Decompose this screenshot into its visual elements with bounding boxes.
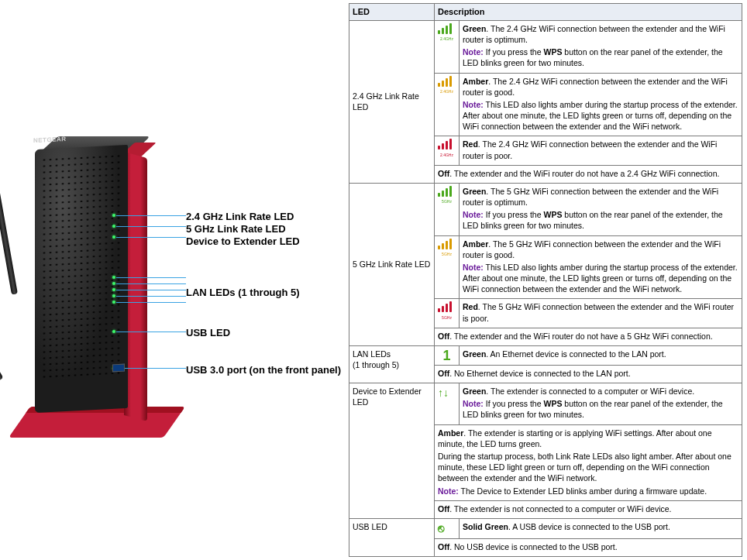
callout-usb-port: USB 3.0 port (on the front panel): [186, 364, 341, 376]
callout-24ghz: 2.4 GHz Link Rate LED: [186, 211, 294, 222]
led-description-table-container: LED Description 2.4 GHz Link Rate LED 2.…: [349, 0, 747, 560]
signal-bars-amber-icon: 2.4GHz: [435, 73, 460, 136]
row-d2e-amber-desc: Amber. The extender is starting or is ap…: [435, 424, 742, 500]
row-24ghz-off-desc: Off. The extender and the WiFi router do…: [435, 165, 742, 183]
header-desc: Description: [435, 4, 742, 21]
callout-5ghz: 5 GHz Link Rate LED: [186, 223, 286, 235]
callout-line: [116, 368, 186, 369]
callout-line: [116, 296, 186, 297]
device-illustration: NETGEAR: [27, 132, 174, 438]
row-24ghz-name: 2.4 GHz Link Rate LED: [349, 20, 435, 183]
signal-bars-amber-icon: 5GHz: [435, 235, 460, 299]
row-usb-off-desc: Off. No USB device is connected to the U…: [435, 538, 742, 556]
row-24ghz-red-desc: Red. The 2.4 GHz WiFi connection between…: [460, 136, 742, 165]
led-description-table: LED Description 2.4 GHz Link Rate LED 2.…: [349, 3, 742, 557]
row-lan-off-desc: Off. No Ethernet device is connected to …: [435, 365, 742, 383]
callout-line: [116, 332, 186, 332]
callout-line: [116, 215, 186, 216]
row-lan-green-desc: Green. An Ethernet device is connected t…: [460, 345, 742, 365]
callout-line: [116, 302, 186, 303]
antenna-icon: [0, 164, 18, 295]
row-lan-name: LAN LEDs (1 through 5): [349, 345, 435, 383]
antenna-icon: [0, 277, 3, 381]
row-usb-name: USB LED: [349, 518, 435, 556]
row-d2e-green-desc: Green. The extender is connected to a co…: [460, 383, 742, 425]
row-d2e-off-desc: Off. The extender is not connected to a …: [435, 500, 742, 518]
device-figure: NETGEAR 2.4 GHz Link Rate LED 5 GHz Link…: [0, 0, 349, 560]
signal-bars-green-icon: 2.4GHz: [435, 20, 460, 73]
callout-d2e: Device to Extender LED: [186, 235, 300, 247]
callout-lan: LAN LEDs (1 through 5): [186, 287, 300, 298]
callout-usb-led: USB LED: [186, 327, 230, 338]
row-5ghz-amber-desc: Amber. The 5 GHz WiFi connection between…: [460, 235, 742, 299]
callout-line: [116, 237, 186, 238]
callout-line: [116, 283, 186, 284]
callout-line: [116, 277, 186, 278]
usb-port-icon: [112, 364, 125, 373]
signal-bars-red-icon: 5GHz: [435, 299, 460, 328]
device-base: [9, 407, 185, 438]
usb-icon: ⎋: [435, 518, 460, 538]
device-front: [35, 145, 128, 413]
row-d2e-name: Device to Extender LED: [349, 383, 435, 519]
callout-line: [116, 226, 186, 227]
row-5ghz-off-desc: Off. The extender and the WiFi router do…: [435, 328, 742, 345]
header-led: LED: [349, 4, 435, 21]
row-usb-green-desc: Solid Green. A USB device is connected t…: [460, 518, 742, 538]
arrows-up-down-icon: ↑↓: [435, 383, 460, 425]
row-24ghz-green-desc: Green. The 2.4 GHz WiFi connection betwe…: [460, 20, 742, 73]
number-1-icon: 1: [435, 345, 460, 365]
callout-line: [116, 290, 186, 290]
signal-bars-green-icon: 5GHz: [435, 183, 460, 235]
row-5ghz-name: 5 GHz Link Rate LED: [349, 183, 435, 345]
device-vent-pattern: [41, 153, 122, 381]
row-5ghz-green-desc: Green. The 5 GHz WiFi connection between…: [460, 183, 742, 235]
row-5ghz-red-desc: Red. The 5 GHz WiFi connection between t…: [460, 299, 742, 328]
row-24ghz-amber-desc: Amber. The 2.4 GHz WiFi connection betwe…: [460, 73, 742, 136]
signal-bars-red-icon: 2.4GHz: [435, 136, 460, 165]
